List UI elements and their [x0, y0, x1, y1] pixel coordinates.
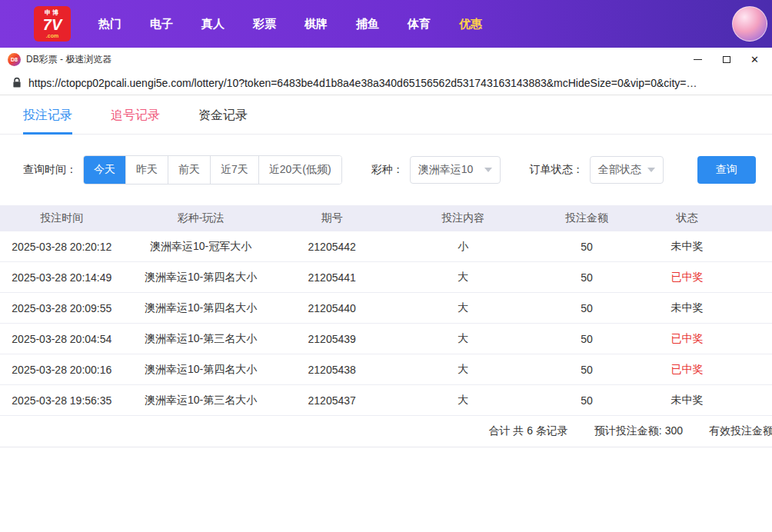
bet-amount-cell: 50 [541, 271, 633, 284]
nav-item-slots[interactable]: 电子 [150, 17, 173, 32]
table-header: 投注时间 彩种-玩法 期号 投注内容 投注金额 状态 [0, 205, 772, 231]
tab-chase-records[interactable]: 追号记录 [111, 108, 160, 134]
status-cell: 未中奖 [633, 301, 741, 315]
game-play-cell: 澳洲幸运10-第四名大小 [124, 363, 278, 377]
table-row: 2025-03-28 20:00:16 澳洲幸运10-第四名大小 2120543… [0, 354, 772, 385]
status-cell: 已中奖 [633, 332, 741, 346]
bet-time-cell: 2025-03-28 20:04:54 [0, 333, 124, 345]
table-row: 2025-03-28 20:04:54 澳洲幸运10-第三名大小 2120543… [0, 324, 772, 354]
bet-time-cell: 2025-03-28 20:14:49 [0, 271, 124, 284]
nav-item-hot[interactable]: 热门 [98, 17, 121, 32]
app-icon: D8 [8, 53, 21, 66]
filter-bar: 查询时间： 今天 昨天 前天 近7天 近20天(低频) 彩种： 澳洲幸运10 订… [23, 155, 772, 185]
logo-brand-sub: .com [46, 33, 58, 38]
status-cell: 未中奖 [633, 240, 741, 254]
col-bet-amount: 投注金额 [541, 211, 633, 225]
bet-amount-cell: 50 [541, 302, 633, 314]
bet-time-cell: 2025-03-28 20:00:16 [0, 364, 124, 376]
table-row: 2025-03-28 20:20:12 澳洲幸运10-冠军大小 21205442… [0, 231, 772, 262]
window-titlebar: D8 DB彩票 - 极速浏览器 ✕ [0, 48, 772, 71]
time-filter-group: 今天 昨天 前天 近7天 近20天(低频) [83, 155, 342, 185]
game-play-cell: 澳洲幸运10-第四名大小 [124, 301, 278, 315]
time-option-today[interactable]: 今天 [84, 156, 125, 184]
game-play-cell: 澳洲幸运10-第三名大小 [124, 394, 278, 407]
bet-content-cell: 大 [386, 271, 541, 284]
issue-cell: 21205442 [278, 241, 386, 253]
minimize-icon [694, 59, 702, 60]
status-select-label: 订单状态： [530, 163, 584, 177]
summary-valid: 有效投注金额 [709, 424, 772, 438]
summary-expected: 预计投注金额: 300 [594, 424, 683, 438]
summary-total: 合计 共 6 条记录 [488, 424, 567, 438]
status-cell: 已中奖 [633, 363, 741, 377]
lottery-select-value: 澳洲幸运10 [418, 163, 474, 177]
table-row: 2025-03-28 20:09:55 澳洲幸运10-第四名大小 2120544… [0, 293, 772, 324]
game-play-cell: 澳洲幸运10-第三名大小 [124, 332, 278, 346]
chevron-down-icon [647, 168, 655, 172]
close-icon: ✕ [750, 55, 759, 65]
table-row: 2025-03-28 20:14:49 澳洲幸运10-第四名大小 2120544… [0, 262, 772, 293]
chevron-down-icon [484, 168, 492, 172]
col-bet-time: 投注时间 [0, 211, 124, 225]
bet-records-table: 投注时间 彩种-玩法 期号 投注内容 投注金额 状态 2025-03-28 20… [0, 205, 772, 447]
col-game-play: 彩种-玩法 [124, 211, 278, 225]
order-status-value: 全部状态 [598, 163, 641, 177]
url-text[interactable]: https://ctopcp02pcali.uengi5e.com/lotter… [28, 77, 697, 89]
nav-item-fishing[interactable]: 捕鱼 [356, 17, 379, 32]
time-option-last7days[interactable]: 近7天 [210, 156, 258, 184]
issue-cell: 21205438 [278, 364, 386, 376]
nav-item-sports[interactable]: 体育 [408, 17, 431, 32]
lottery-select[interactable]: 澳洲幸运10 [410, 156, 501, 184]
time-option-yesterday[interactable]: 昨天 [125, 156, 168, 184]
issue-cell: 21205439 [278, 333, 386, 345]
lock-icon [12, 77, 22, 88]
site-topbar: 申博 7V .com 热门 电子 真人 彩票 棋牌 捕鱼 体育 优惠 [0, 0, 772, 48]
nav-item-lottery[interactable]: 彩票 [253, 17, 276, 32]
address-bar[interactable]: https://ctopcp02pcali.uengi5e.com/lotter… [0, 71, 772, 95]
bet-content-cell: 大 [386, 301, 541, 315]
avatar[interactable] [732, 6, 767, 42]
nav-item-live[interactable]: 真人 [201, 17, 225, 32]
maximize-icon [723, 56, 730, 63]
close-button[interactable]: ✕ [740, 48, 769, 71]
bet-amount-cell: 50 [541, 394, 633, 407]
time-option-last20days[interactable]: 近20天(低频) [258, 156, 341, 184]
col-bet-content: 投注内容 [386, 211, 541, 225]
logo-brand-main: 7V [43, 17, 62, 32]
tab-bet-records[interactable]: 投注记录 [23, 108, 72, 134]
bet-time-cell: 2025-03-28 19:56:35 [0, 394, 124, 407]
window-title: DB彩票 - 极速浏览器 [26, 53, 111, 66]
bet-amount-cell: 50 [541, 241, 633, 253]
order-status-select[interactable]: 全部状态 [590, 156, 664, 184]
nav-item-promo[interactable]: 优惠 [459, 17, 482, 32]
time-filter-label: 查询时间： [23, 163, 77, 177]
time-option-day-before[interactable]: 前天 [168, 156, 210, 184]
col-status: 状态 [633, 211, 741, 225]
nav-item-cards[interactable]: 棋牌 [304, 17, 328, 32]
status-cell: 已中奖 [633, 271, 741, 284]
bet-amount-cell: 50 [541, 333, 633, 345]
bet-amount-cell: 50 [541, 364, 633, 376]
bet-content-cell: 大 [386, 363, 541, 377]
lottery-select-label: 彩种： [371, 163, 404, 177]
table-summary: 合计 共 6 条记录 预计投注金额: 300 有效投注金额 [0, 416, 772, 447]
logo-brand-top: 申博 [45, 10, 60, 16]
window-controls: ✕ [684, 48, 769, 71]
table-row: 2025-03-28 19:56:35 澳洲幸运10-第三名大小 2120543… [0, 385, 772, 416]
game-play-cell: 澳洲幸运10-冠军大小 [124, 240, 278, 254]
tab-fund-records[interactable]: 资金记录 [198, 108, 248, 134]
game-play-cell: 澳洲幸运10-第四名大小 [124, 271, 278, 284]
bet-content-cell: 大 [386, 394, 541, 407]
status-cell: 未中奖 [633, 394, 741, 407]
site-nav: 热门 电子 真人 彩票 棋牌 捕鱼 体育 优惠 [98, 17, 482, 32]
bet-content-cell: 小 [386, 240, 541, 254]
query-button[interactable]: 查询 [697, 156, 756, 184]
record-tabs: 投注记录 追号记录 资金记录 [0, 95, 772, 135]
minimize-button[interactable] [684, 48, 712, 71]
bet-time-cell: 2025-03-28 20:20:12 [0, 241, 124, 253]
site-logo[interactable]: 申博 7V .com [34, 6, 71, 42]
bet-time-cell: 2025-03-28 20:09:55 [0, 302, 124, 314]
maximize-button[interactable] [712, 48, 740, 71]
issue-cell: 21205441 [278, 271, 386, 284]
issue-cell: 21205437 [278, 394, 386, 407]
